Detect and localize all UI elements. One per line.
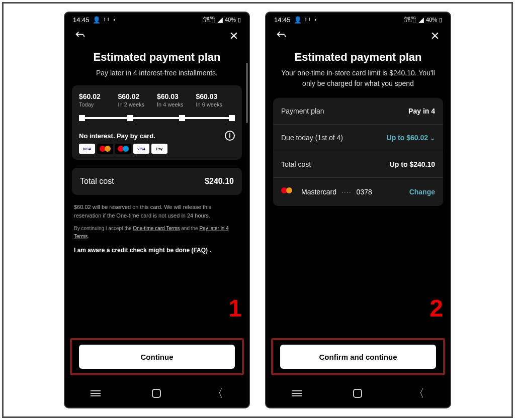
page-title: Estimated payment plan: [65, 51, 249, 64]
cta-highlight: Continue: [70, 338, 244, 375]
change-payment-button[interactable]: Change: [409, 188, 435, 196]
due-value: Up to $60.02⌄: [387, 134, 435, 142]
battery-icon: ▯: [439, 17, 442, 23]
timeline: [79, 115, 235, 122]
recent-apps-button[interactable]: [292, 390, 302, 396]
total-value: $240.10: [205, 177, 234, 186]
back-button[interactable]: [74, 30, 86, 42]
total-cost-card: Total cost $240.10: [72, 168, 242, 195]
confirm-continue-button[interactable]: Confirm and continue: [280, 345, 437, 369]
faq-link[interactable]: FAQ: [193, 247, 206, 254]
installment-3: $60.03 In 4 weeks: [157, 92, 196, 108]
status-app-icon-1: 👤: [294, 16, 302, 24]
status-battery: 40%: [426, 17, 437, 23]
visa-logo: VISA: [79, 144, 95, 154]
status-bar: 14:45 👤 ⠇⠇ • Vo)) 5GLTE1 ⬚ ◢ 40% ▯: [65, 13, 249, 25]
back-os-button[interactable]: 〈: [212, 386, 223, 401]
installment-1: $60.02 Today: [79, 92, 118, 108]
mastercard-logo: [97, 144, 113, 154]
signal-icon: ◢: [217, 16, 223, 24]
back-os-button[interactable]: 〈: [413, 386, 424, 401]
status-dot: •: [114, 17, 116, 23]
card-last4: 0378: [357, 188, 372, 196]
info-icon[interactable]: i: [225, 131, 235, 141]
recent-apps-button[interactable]: [91, 390, 101, 396]
android-nav: 〈: [266, 383, 450, 403]
cta-highlight: Confirm and continue: [271, 338, 445, 375]
page-subtitle: Pay later in 4 interest-free installment…: [65, 68, 249, 78]
no-interest-text: No interest. Pay by card.: [79, 132, 155, 140]
apple-pay-logo: Pay: [151, 144, 167, 154]
visa-debit-logo: VISA: [133, 144, 149, 154]
phone-screen-2: 14:45 👤 ⠇⠇ • Vo)) 5GLTE1 ⬚ ◢ 40% ▯ Estim…: [265, 12, 451, 408]
comparison-frame: 14:45 👤 ⠇⠇ • Vo)) 5GLTE1 ⬚ ◢ 40% ▯ Estim…: [2, 2, 513, 418]
status-dot: •: [315, 17, 317, 23]
page-subtitle: Your one-time in-store card limit is $24…: [266, 68, 450, 89]
status-app-icon-1: 👤: [93, 16, 101, 24]
due-today-row[interactable]: Due today (1st of 4) Up to $60.02⌄: [273, 125, 443, 151]
status-network: Vo)) 5GLTE1 ⬚: [203, 17, 215, 23]
app-nav: [266, 25, 450, 44]
installments-card: $60.02 Today $60.02 In 2 weeks $60.03 In…: [72, 85, 242, 160]
scrollbar[interactable]: [246, 63, 248, 123]
mastercard-icon: [281, 187, 296, 197]
aware-text: I am aware a credit check might be done …: [74, 247, 240, 254]
payment-logos: VISA VISA Pay: [79, 144, 235, 154]
status-app-icon-2: ⠇⠇: [305, 17, 312, 23]
terms-text: By continuing I accept the One-time card…: [74, 225, 240, 241]
installment-4: $60.03 In 6 weeks: [196, 92, 235, 108]
summary-card: Payment plan Pay in 4 Due today (1st of …: [273, 98, 443, 206]
total-row: Total cost Up to $240.10: [273, 151, 443, 178]
chevron-down-icon: ⌄: [430, 135, 435, 142]
installment-2: $60.02 In 2 weeks: [118, 92, 157, 108]
app-nav: [65, 25, 249, 44]
step-number: 1: [228, 294, 242, 322]
disclaimer-text: $60.02 will be reserved on this card. We…: [74, 203, 240, 220]
status-app-icon-2: ⠇⠇: [104, 17, 111, 23]
android-nav: 〈: [65, 383, 249, 403]
status-bar: 14:45 👤 ⠇⠇ • Vo)) 5GLTE1 ⬚ ◢ 40% ▯: [266, 13, 450, 25]
total-label: Total cost: [80, 177, 114, 186]
status-time: 14:45: [73, 16, 90, 24]
status-network: Vo)) 5GLTE1 ⬚: [404, 17, 416, 23]
status-battery: 40%: [225, 17, 236, 23]
page-title: Estimated payment plan: [266, 51, 450, 64]
status-time: 14:45: [274, 16, 291, 24]
payment-method-row: Mastercard ···· 0378 Change: [273, 178, 443, 206]
home-button[interactable]: [152, 389, 161, 398]
card-mask: ····: [341, 188, 352, 196]
close-button[interactable]: [228, 30, 240, 42]
back-button[interactable]: [275, 30, 287, 42]
home-button[interactable]: [353, 389, 362, 398]
card-name: Mastercard: [301, 188, 336, 196]
signal-icon: ◢: [418, 16, 424, 24]
battery-icon: ▯: [238, 17, 241, 23]
close-button[interactable]: [429, 30, 441, 42]
step-number: 2: [430, 294, 443, 322]
terms-link-1[interactable]: One-time card Terms: [133, 226, 180, 231]
maestro-logo: [115, 144, 131, 154]
plan-row: Payment plan Pay in 4: [273, 98, 443, 125]
phone-screen-1: 14:45 👤 ⠇⠇ • Vo)) 5GLTE1 ⬚ ◢ 40% ▯ Estim…: [64, 12, 250, 408]
continue-button[interactable]: Continue: [79, 345, 235, 369]
